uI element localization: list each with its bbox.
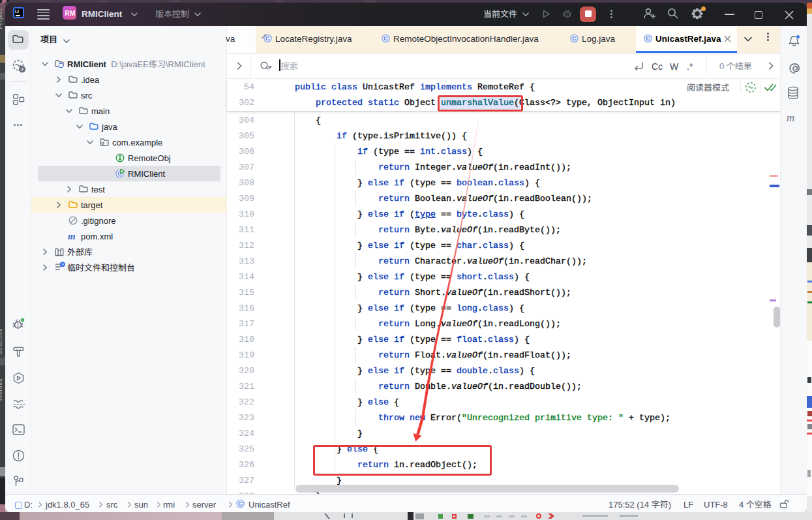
- svg-text:?: ?: [21, 67, 24, 72]
- svg-text:C: C: [383, 35, 388, 42]
- svg-text:C: C: [572, 35, 577, 42]
- svg-text:C: C: [646, 35, 650, 42]
- svg-text:C: C: [238, 500, 243, 507]
